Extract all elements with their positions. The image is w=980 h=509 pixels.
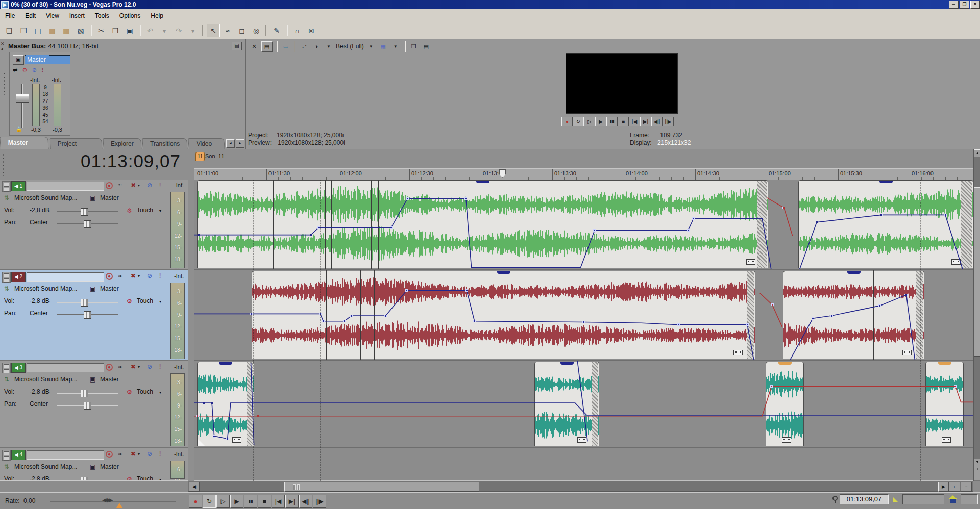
paste-icon[interactable]: ▣ (123, 24, 136, 37)
video-output-icon[interactable]: ▭ (281, 42, 291, 51)
render-as-icon[interactable]: ▥ (60, 24, 73, 37)
go-to-start-button[interactable]: |◀ (272, 495, 285, 508)
envelope-node[interactable] (593, 229, 596, 232)
automation-settings-icon[interactable]: ≈ (118, 450, 122, 457)
play-from-start-button[interactable]: ▷ (216, 495, 230, 508)
split-screen-dropdown-icon[interactable]: ▼ (324, 42, 334, 51)
track-minimize-icon[interactable] (2, 450, 11, 461)
audio-event[interactable] (534, 362, 599, 446)
menu-help[interactable]: Help (145, 10, 168, 21)
horizontal-scrollbar-thumb[interactable] (284, 482, 479, 492)
automation-device-icon[interactable]: ⚙ (127, 207, 132, 214)
undo-icon[interactable]: ↶ (143, 24, 157, 37)
selection-end-box[interactable] (902, 494, 944, 504)
multi-io-icon[interactable]: ⇅ (4, 463, 9, 470)
preview-menu-icon[interactable]: ▤ (261, 41, 273, 52)
pan-slider[interactable] (57, 405, 118, 406)
cut-icon[interactable]: ✂ (94, 24, 108, 37)
tab-transitions[interactable]: Transitions (142, 138, 188, 149)
zoom-out-track-icon[interactable]: − (974, 473, 980, 480)
event-fx-icon[interactable] (782, 437, 791, 443)
audio-event[interactable] (783, 271, 924, 359)
loop-playback-button[interactable]: ↻ (573, 117, 584, 126)
envelope-node[interactable] (878, 304, 881, 307)
enable-snapping-icon[interactable]: ∩ (290, 24, 304, 37)
pan-value[interactable]: Center (30, 219, 48, 226)
ruler-band[interactable]: 01:11:0001:11:3001:12:0001:12:3001:13:00… (194, 168, 973, 180)
vol-value[interactable]: -2.8 dB (30, 475, 50, 481)
split-screen-icon[interactable]: ◑ (311, 42, 322, 51)
bus-assign-icon[interactable]: ▣ (90, 376, 95, 383)
track-minimize-icon[interactable] (2, 181, 11, 192)
new-project-icon[interactable]: ❏ (3, 24, 16, 37)
selection-length-box[interactable] (961, 494, 978, 504)
envelope-node[interactable] (770, 385, 773, 388)
previous-frame-button[interactable]: ◀|| (651, 117, 663, 126)
envelope-node[interactable] (257, 415, 259, 417)
envelope-node[interactable] (343, 320, 346, 322)
mute-icon[interactable]: ✖ (131, 272, 136, 279)
minimize-button[interactable]: ─ (949, 1, 959, 9)
track-header-2[interactable]: ◀ 2●≈✖▾⊘!-Inf.⇅Microsoft Sound Map...▣Ma… (0, 270, 188, 361)
automation-settings-icon[interactable]: ≈ (118, 272, 122, 279)
pan-slider[interactable] (57, 314, 118, 315)
normal-edit-tool-icon[interactable]: ↖ (207, 24, 220, 37)
current-timecode[interactable]: 01:13:09,07 (81, 151, 181, 171)
vol-value[interactable]: -2,8 dB (30, 388, 50, 395)
master-bus-name-field[interactable]: Master (25, 55, 70, 64)
vol-slider-thumb[interactable] (81, 477, 88, 481)
maximize-button[interactable]: ❐ (960, 1, 969, 9)
save-snapshot-icon[interactable]: ▤ (421, 42, 431, 51)
audio-event[interactable] (197, 180, 768, 268)
envelope-node[interactable] (473, 320, 476, 322)
track-name-field[interactable] (27, 182, 104, 191)
bus-assign-icon[interactable]: ▣ (90, 463, 95, 470)
redo-icon[interactable]: ↷ (172, 24, 185, 37)
envelope-node[interactable] (196, 415, 199, 417)
solo-icon[interactable]: ⊘ (147, 450, 152, 457)
play-button[interactable]: ▶ (595, 117, 606, 126)
play-button[interactable]: ▶ (230, 495, 243, 508)
record-button[interactable]: ● (561, 117, 573, 126)
envelope-node[interactable] (390, 226, 393, 229)
preview-close-icon[interactable]: ✕ (249, 42, 259, 51)
bus-assign-icon[interactable]: ▣ (90, 194, 95, 201)
envelope-node[interactable] (226, 438, 229, 440)
envelope-node[interactable] (211, 402, 213, 404)
envelope-node[interactable] (582, 321, 585, 323)
menu-tools[interactable]: Tools (90, 10, 114, 21)
vol-value[interactable]: -2,8 dB (30, 297, 50, 304)
envelope-node[interactable] (905, 294, 908, 296)
mute-dropdown-icon[interactable]: ▾ (138, 365, 140, 369)
envelope-node[interactable] (687, 229, 690, 232)
pan-slider-thumb[interactable] (84, 220, 91, 228)
dim-output-icon[interactable]: ! (41, 67, 43, 73)
phase-invert-icon[interactable]: ! (159, 272, 161, 279)
automation-mode-dropdown-icon[interactable]: ▾ (159, 209, 161, 213)
envelope-edit-tool-icon[interactable]: ≈ (221, 24, 234, 37)
envelope-node[interactable] (782, 207, 785, 209)
tab-project-media[interactable]: Project Media (49, 138, 103, 149)
mute-dropdown-icon[interactable]: ▾ (138, 452, 140, 456)
video-fx-icon[interactable]: ⇌ (299, 42, 309, 51)
track-lane-4[interactable] (194, 448, 973, 481)
zoom-edit-tool-icon[interactable]: ◎ (250, 24, 263, 37)
mute-icon[interactable]: ✖ (131, 363, 136, 370)
envelope-node[interactable] (350, 315, 353, 317)
event-fx-icon[interactable] (902, 350, 912, 355)
audio-event[interactable] (252, 271, 755, 359)
loop-playback-button[interactable]: ↻ (203, 495, 216, 508)
zoom-in-time-icon[interactable]: ＋ (949, 482, 960, 492)
multi-io-icon[interactable]: ⇅ (4, 376, 9, 383)
automation-device-icon[interactable]: ⚙ (127, 298, 132, 305)
pan-value[interactable]: Center (30, 310, 48, 317)
track-lane-1[interactable] (194, 180, 973, 270)
master-fx-icon[interactable]: ⚙ (22, 67, 28, 73)
event-fx-icon[interactable] (951, 259, 961, 265)
multi-io-icon[interactable]: ⇅ (4, 194, 9, 201)
paint-tool-icon[interactable]: ✎ (270, 24, 283, 37)
mute-icon[interactable]: ⊘ (32, 67, 37, 73)
phase-invert-icon[interactable]: ! (159, 363, 161, 370)
automation-mode[interactable]: Touch (137, 207, 153, 214)
envelope-node[interactable] (213, 435, 215, 438)
